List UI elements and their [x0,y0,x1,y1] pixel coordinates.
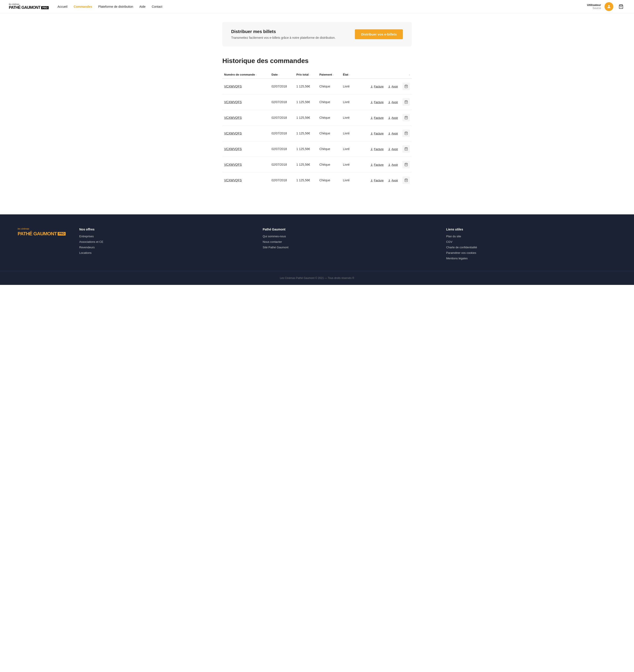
footer-link-mentions[interactable]: Mentions légales [446,257,616,260]
facture-link-5[interactable]: ⇓ Facture [370,163,384,166]
cell-status: Livré [341,110,355,125]
cart-add-icon [405,116,408,119]
logo-cinema: PATHÉ GAUMONT [9,5,40,10]
orders-table: Numéro de commande Date Prix total Paiem… [222,71,412,188]
promo-text: Distribuer mes billets Transmettez facil… [231,29,336,40]
cell-order-id: VCXWVQFS [222,79,270,94]
cell-price: 1 125,56€ [295,157,317,172]
nav-aide[interactable]: Aide [139,5,146,8]
col-date[interactable]: Date [270,71,295,79]
order-id-link[interactable]: VCXWVQFS [224,163,242,166]
col-order-number[interactable]: Numéro de commande [222,71,270,79]
download-icon: ⇓ [370,100,373,104]
facture-link-2[interactable]: ⇓ Facture [370,116,384,119]
cell-payment: Chèque [318,125,341,141]
cell-date: 02/07/2018 [270,125,295,141]
col-payment[interactable]: Paiement [318,71,341,79]
avoir-link-4[interactable]: ⇓ Avoir [388,147,398,151]
add-to-cart-button-0[interactable] [403,83,410,90]
footer-link-associations[interactable]: Associations et CE [79,240,249,244]
cell-price: 1 125,56€ [295,110,317,125]
cell-order-id: VCXWVQFS [222,172,270,188]
footer-top: les cinémas PATHÉ GAUMONT PRO Nos offres… [18,228,616,271]
facture-label: Facture [374,116,384,119]
col-status[interactable]: État [341,71,355,79]
download-icon: ⇓ [370,116,373,119]
cell-date: 02/07/2018 [270,141,295,157]
footer-link-cookies[interactable]: Paramétrer vos cookies [446,251,616,254]
cell-payment: Chèque [318,79,341,94]
cart-add-icon [405,132,408,135]
cell-date: 02/07/2018 [270,110,295,125]
order-id-link[interactable]: VCXWVQFS [224,100,242,104]
cart-add-icon [405,85,408,88]
footer-logo: les cinémas PATHÉ GAUMONT PRO [18,228,66,262]
avoir-link-2[interactable]: ⇓ Avoir [388,116,398,119]
table-row: VCXWVQFS 02/07/2018 1 125,56€ Chèque Liv… [222,141,412,157]
footer-link-entreprises[interactable]: Entreprises [79,235,249,238]
avoir-link-3[interactable]: ⇓ Avoir [388,132,398,135]
actions-cell: ⇓ Facture ⇓ Avoir [357,114,410,121]
table-row: VCXWVQFS 02/07/2018 1 125,56€ Chèque Liv… [222,157,412,172]
facture-link-4[interactable]: ⇓ Facture [370,147,384,151]
facture-link-3[interactable]: ⇓ Facture [370,132,384,135]
avatar-button[interactable] [605,2,613,11]
footer-link-cgv[interactable]: CGV [446,240,616,244]
order-id-link[interactable]: VCXWVQFS [224,132,242,135]
col-price[interactable]: Prix total [295,71,317,79]
footer-link-charte[interactable]: Charte de confidentialité [446,246,616,249]
add-to-cart-button-5[interactable] [403,161,410,168]
footer-link-site-pathe[interactable]: Sité Pathé Gaumont [263,246,433,249]
cell-status: Livré [341,94,355,110]
user-icon [607,4,611,9]
cell-status: Livré [341,125,355,141]
avoir-label: Avoir [392,163,398,166]
add-to-cart-button-4[interactable] [403,145,410,153]
order-id-link[interactable]: VCXWVQFS [224,179,242,182]
footer-link-qui-sommes-nous[interactable]: Qui sommes-nous [263,235,433,238]
facture-label: Facture [374,85,384,88]
footer-col-nos-offres: Nos offres Entreprises Associations et C… [79,228,249,262]
add-to-cart-button-2[interactable] [403,114,410,121]
nav-contact[interactable]: Contact [152,5,162,8]
nav-accueil[interactable]: Accueil [57,5,67,8]
facture-label: Facture [374,100,384,104]
cell-status: Livré [341,172,355,188]
cart-button[interactable] [617,2,625,11]
user-info: Utilisateur Source [587,3,601,10]
facture-link-1[interactable]: ⇓ Facture [370,100,384,104]
order-id-link[interactable]: VCXWVQFS [224,116,242,119]
footer-link-revendeurs[interactable]: Revendeurs [79,246,249,249]
cell-payment: Chèque [318,94,341,110]
cell-payment: Chèque [318,157,341,172]
nav-commandes[interactable]: Commandes [74,5,92,8]
avoir-link-5[interactable]: ⇓ Avoir [388,163,398,166]
nav-plateforme[interactable]: Plateforme de distribution [98,5,133,8]
footer-link-plan-du-site[interactable]: Plan du site [446,235,616,238]
cell-order-id: VCXWVQFS [222,141,270,157]
table-row: VCXWVQFS 02/07/2018 1 125,56€ Chèque Liv… [222,79,412,94]
cart-add-icon [405,163,408,166]
distribute-button[interactable]: Distribuer vos e-billets [355,29,403,39]
cell-price: 1 125,56€ [295,172,317,188]
download-icon: ⇓ [370,85,373,88]
cell-actions: ⇓ Facture ⇓ Avoir [355,157,412,172]
facture-link-6[interactable]: ⇓ Facture [370,179,384,182]
add-to-cart-button-3[interactable] [403,130,410,137]
order-id-link[interactable]: VCXWVQFS [224,147,242,151]
footer-link-nous-contacter[interactable]: Nous contacter [263,240,433,244]
avoir-link-1[interactable]: ⇓ Avoir [388,100,398,104]
cell-date: 02/07/2018 [270,172,295,188]
facture-link-0[interactable]: ⇓ Facture [370,85,384,88]
avoir-link-0[interactable]: ⇓ Avoir [388,85,398,88]
cell-date: 02/07/2018 [270,157,295,172]
footer-link-locations[interactable]: Locations [79,251,249,254]
cell-order-id: VCXWVQFS [222,157,270,172]
order-id-link[interactable]: VCXWVQFS [224,85,242,88]
download-icon-avoir: ⇓ [388,163,391,166]
cell-price: 1 125,56€ [295,141,317,157]
avoir-link-6[interactable]: ⇓ Avoir [388,179,398,182]
add-to-cart-button-1[interactable] [403,98,410,106]
svg-point-0 [608,5,610,7]
add-to-cart-button-6[interactable] [403,177,410,184]
